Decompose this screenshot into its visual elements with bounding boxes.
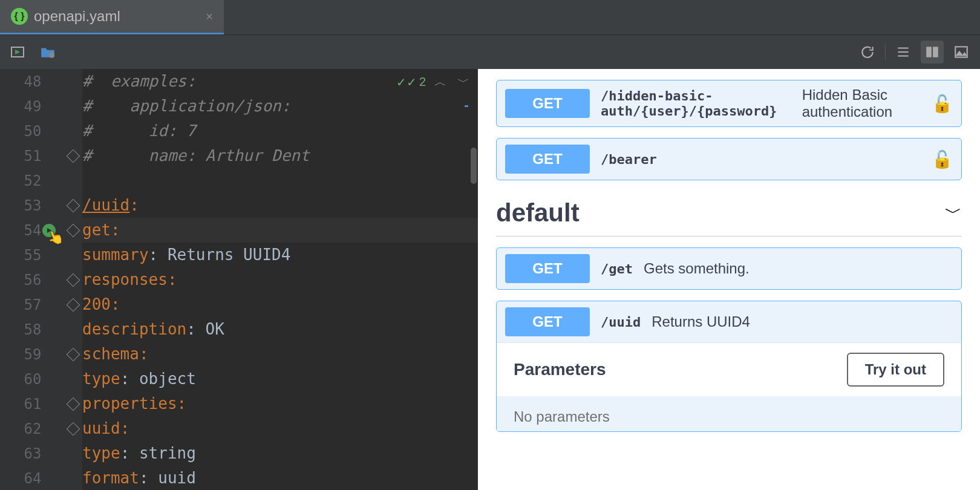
- line-number: 62: [0, 416, 65, 441]
- try-it-out-button[interactable]: Try it out: [847, 353, 944, 387]
- svg-point-1: [49, 53, 54, 58]
- file-tab[interactable]: { } openapi.yaml ×: [0, 0, 224, 34]
- code-line[interactable]: summary: Returns UUID4: [82, 243, 478, 267]
- svg-rect-6: [933, 47, 938, 57]
- code-line[interactable]: # id: 7: [82, 119, 478, 143]
- code-line[interactable]: format: uuid: [82, 466, 478, 490]
- operation-block: GET/hidden-basic-auth/{user}/{password}H…: [496, 80, 962, 127]
- code-line[interactable]: properties:: [82, 391, 478, 416]
- operation-header[interactable]: GET/hidden-basic-auth/{user}/{password}H…: [497, 80, 961, 126]
- line-number: 61: [0, 391, 65, 416]
- line-number: 52: [0, 168, 65, 193]
- operation-summary: Hidden Basic authentication: [802, 87, 921, 120]
- svg-rect-5: [926, 47, 932, 57]
- code-line[interactable]: schema:: [82, 342, 478, 367]
- operation-block: GET/getGets something.: [496, 247, 962, 290]
- method-badge: GET: [505, 254, 590, 283]
- scroll-thumb[interactable]: [471, 148, 477, 184]
- operation-body: ParametersTry it outNo parameters: [497, 342, 961, 431]
- operation-summary: Gets something.: [644, 260, 750, 277]
- lock-icon: 🔓: [932, 149, 953, 169]
- close-icon[interactable]: ×: [206, 10, 213, 24]
- tab-filename: openapi.yaml: [34, 8, 120, 25]
- line-number: 48: [0, 69, 65, 94]
- code-line[interactable]: 200:: [82, 292, 478, 317]
- operation-header[interactable]: GET/getGets something.: [497, 248, 961, 289]
- code-line[interactable]: # name: Arthur Dent: [82, 143, 478, 168]
- image-icon[interactable]: [950, 41, 973, 64]
- folder-icon[interactable]: [38, 42, 58, 62]
- method-badge: GET: [505, 307, 590, 336]
- method-badge: GET: [505, 145, 590, 174]
- prev-problem-icon[interactable]: ︿: [432, 74, 449, 90]
- editor-toolbar: [0, 35, 980, 69]
- code-line[interactable]: get:: [82, 218, 478, 243]
- operation-block: GET/bearer🔓: [496, 138, 962, 180]
- toolbar-divider: [885, 44, 886, 60]
- code-line[interactable]: # application/json:: [82, 94, 478, 119]
- line-number: 56: [0, 267, 65, 292]
- line-number: 49: [0, 94, 65, 119]
- tab-bar: { } openapi.yaml ×: [0, 0, 980, 35]
- line-number: 58: [0, 317, 65, 342]
- code-line[interactable]: type: string: [82, 441, 478, 466]
- code-line[interactable]: /uuid:: [82, 193, 478, 218]
- code-editor[interactable]: 48495051525354👆55565758596061626364 # ex…: [0, 69, 478, 490]
- code-line[interactable]: uuid:: [82, 416, 478, 441]
- operation-path: /get: [601, 261, 633, 276]
- parameters-title: Parameters: [514, 360, 606, 379]
- no-parameters-text: No parameters: [497, 396, 961, 431]
- run-icon[interactable]: [7, 42, 28, 62]
- method-badge: GET: [505, 89, 590, 118]
- openapi-icon: { }: [11, 8, 28, 25]
- line-number: 51: [0, 143, 65, 168]
- code-line[interactable]: responses:: [82, 267, 478, 292]
- operation-path: /uuid: [601, 315, 641, 330]
- line-number: 60: [0, 367, 65, 391]
- lock-icon: 🔓: [932, 94, 953, 114]
- line-number: 53: [0, 193, 65, 218]
- inspection-widget[interactable]: ✓✓ 2 ︿ ﹀: [396, 74, 472, 90]
- operation-path: /hidden-basic-auth/{user}/{password}: [601, 88, 791, 119]
- caret-marker: [465, 105, 468, 107]
- chevron-down-icon: ﹀: [945, 201, 962, 224]
- section-title: default: [496, 198, 580, 227]
- toolbar-right: [856, 41, 973, 64]
- operation-header[interactable]: GET/uuidReturns UUID4: [497, 301, 961, 342]
- layout-split-icon[interactable]: [921, 41, 944, 64]
- code-line[interactable]: [82, 168, 478, 193]
- editor-scrollbar[interactable]: [469, 69, 477, 490]
- menu-icon[interactable]: [892, 41, 915, 64]
- line-number: 59: [0, 342, 65, 367]
- parameters-header: ParametersTry it out: [497, 343, 961, 396]
- swagger-preview[interactable]: GET/hidden-basic-auth/{user}/{password}H…: [478, 69, 980, 490]
- line-number: 64: [0, 466, 65, 490]
- operation-path: /bearer: [601, 152, 657, 167]
- check-icon: ✓✓ 2: [396, 75, 426, 90]
- refresh-icon[interactable]: [856, 41, 879, 64]
- line-number: 63: [0, 441, 65, 466]
- operation-block: GET/uuidReturns UUID4ParametersTry it ou…: [496, 301, 962, 432]
- line-number: 50: [0, 119, 65, 143]
- code-line[interactable]: type: object: [82, 367, 478, 391]
- operation-summary: Returns UUID4: [652, 313, 750, 330]
- operation-header[interactable]: GET/bearer🔓: [497, 139, 961, 180]
- code-line[interactable]: description: OK: [82, 317, 478, 342]
- section-header[interactable]: default﹀: [496, 198, 962, 237]
- line-number: 57: [0, 292, 65, 317]
- line-number: 55: [0, 243, 65, 267]
